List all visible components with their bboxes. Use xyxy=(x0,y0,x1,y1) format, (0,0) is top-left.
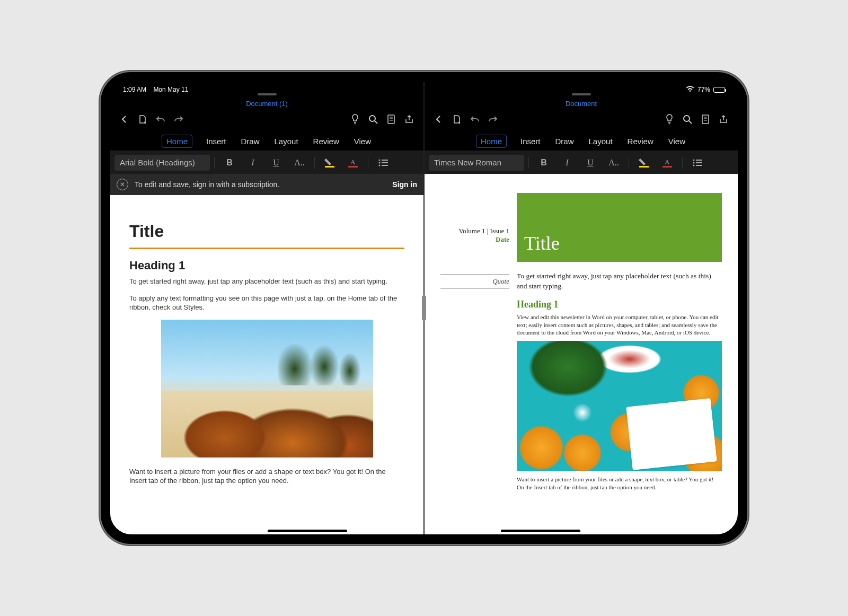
reading-view-icon[interactable] xyxy=(696,110,714,128)
doc-para-3[interactable]: Want to insert a picture from your files… xyxy=(129,467,404,486)
tab-insert[interactable]: Insert xyxy=(205,135,227,148)
multitask-handle-right[interactable] xyxy=(572,93,591,95)
svg-rect-8 xyxy=(382,162,388,163)
newsletter-banner[interactable]: Title xyxy=(517,193,722,262)
tab-draw[interactable]: Draw xyxy=(240,135,261,148)
doc-title-left[interactable]: Document (1) xyxy=(246,100,288,108)
notice-text: To edit and save, sign in with a subscri… xyxy=(135,180,279,189)
bullets-button[interactable] xyxy=(687,155,708,171)
ribbon-tools-left: Arial Bold (Headings) B I U A.. A xyxy=(110,151,423,174)
highlight-button[interactable] xyxy=(633,155,655,171)
svg-point-18 xyxy=(693,162,695,163)
body-para[interactable]: View and edit this newsletter in Word on… xyxy=(517,313,722,337)
ribbon-tabs-right: Home Insert Draw Layout Review View xyxy=(425,131,738,151)
svg-text:A: A xyxy=(350,158,356,166)
tab-home[interactable]: Home xyxy=(162,135,192,148)
font-selector[interactable]: Times New Roman xyxy=(429,155,524,171)
screen: 1:09 AM Mon May 11 77% Document (1) xyxy=(110,82,738,534)
more-font-button[interactable]: A.. xyxy=(603,155,624,171)
svg-rect-12 xyxy=(702,115,709,124)
tab-home[interactable]: Home xyxy=(476,135,507,148)
font-color-button[interactable]: A xyxy=(342,155,364,171)
more-font-button[interactable]: A.. xyxy=(289,155,310,171)
share-icon[interactable] xyxy=(714,110,732,128)
volume-issue[interactable]: Volume 1 | Issue 1 xyxy=(440,227,509,235)
ribbon-tools-right: Times New Roman B I U A.. A xyxy=(425,151,738,174)
caption-para[interactable]: Want to insert a picture from your files… xyxy=(517,476,722,491)
document-canvas-left[interactable]: Title Heading 1 To get started right awa… xyxy=(110,195,423,534)
tab-review[interactable]: Review xyxy=(312,135,340,148)
splitview-divider[interactable] xyxy=(423,82,425,534)
file-menu-icon[interactable] xyxy=(448,110,466,128)
underline-button[interactable]: U xyxy=(266,155,287,171)
font-color-button[interactable]: A xyxy=(657,155,678,171)
tab-view[interactable]: View xyxy=(353,135,372,148)
search-icon[interactable] xyxy=(364,110,382,128)
tab-layout[interactable]: Layout xyxy=(273,135,299,148)
svg-point-11 xyxy=(684,116,690,121)
right-app-pane: Document Home Insert Draw xyxy=(425,82,738,534)
svg-rect-17 xyxy=(696,160,702,161)
doc-image-apricots[interactable] xyxy=(517,341,722,471)
svg-rect-19 xyxy=(696,162,702,163)
document-canvas-right[interactable]: Volume 1 | Issue 1 Date Quote Title To g… xyxy=(425,174,738,534)
tab-review[interactable]: Review xyxy=(626,135,655,148)
back-button[interactable] xyxy=(430,110,448,128)
intro-para[interactable]: To get started right away, just tap any … xyxy=(517,271,722,292)
svg-point-16 xyxy=(693,159,695,161)
bold-button[interactable]: B xyxy=(533,155,554,171)
date-label[interactable]: Date xyxy=(440,235,509,244)
home-indicator-right[interactable] xyxy=(501,530,580,532)
svg-point-5 xyxy=(379,159,381,161)
highlight-button[interactable] xyxy=(319,155,340,171)
bold-button[interactable]: B xyxy=(219,155,240,171)
signin-notice: ✕ To edit and save, sign in with a subsc… xyxy=(110,174,423,195)
search-icon[interactable] xyxy=(678,110,696,128)
svg-point-7 xyxy=(379,162,381,163)
svg-rect-21 xyxy=(696,165,702,166)
tab-view[interactable]: View xyxy=(667,135,686,148)
quote-label[interactable]: Quote xyxy=(440,275,509,288)
multitask-handle-left[interactable] xyxy=(258,93,277,95)
close-icon[interactable]: ✕ xyxy=(117,179,128,190)
doc-para-2[interactable]: To apply any text formatting you see on … xyxy=(129,294,404,312)
underline-button[interactable]: U xyxy=(580,155,601,171)
font-selector[interactable]: Arial Bold (Headings) xyxy=(114,155,210,171)
undo-button[interactable] xyxy=(466,110,484,128)
lightbulb-icon[interactable] xyxy=(660,110,678,128)
svg-rect-6 xyxy=(382,160,388,161)
doc-title-right[interactable]: Document xyxy=(566,100,597,108)
doc-para-1[interactable]: To get started right away, just tap any … xyxy=(129,277,404,286)
italic-button[interactable]: I xyxy=(556,155,578,171)
svg-rect-2 xyxy=(325,166,334,168)
svg-point-20 xyxy=(693,164,695,166)
doc-heading1[interactable]: Heading 1 xyxy=(129,259,404,272)
svg-rect-4 xyxy=(348,166,358,168)
share-icon[interactable] xyxy=(400,110,418,128)
back-button[interactable] xyxy=(116,110,134,128)
undo-button[interactable] xyxy=(152,110,170,128)
reading-view-icon[interactable] xyxy=(382,110,400,128)
file-menu-icon[interactable] xyxy=(134,110,152,128)
svg-text:A: A xyxy=(665,158,670,166)
svg-rect-13 xyxy=(639,166,649,168)
svg-rect-10 xyxy=(382,165,388,166)
home-indicator-left[interactable] xyxy=(268,530,347,532)
tab-layout[interactable]: Layout xyxy=(588,135,614,148)
tab-insert[interactable]: Insert xyxy=(519,135,542,148)
bullets-button[interactable] xyxy=(373,155,394,171)
doc-image-rocks[interactable] xyxy=(161,320,373,457)
italic-button[interactable]: I xyxy=(242,155,263,171)
svg-point-0 xyxy=(369,116,375,121)
splitview-grabber[interactable] xyxy=(422,295,426,321)
redo-button[interactable] xyxy=(170,110,188,128)
tab-draw[interactable]: Draw xyxy=(554,135,575,148)
signin-button[interactable]: Sign in xyxy=(392,180,417,189)
redo-button[interactable] xyxy=(484,110,502,128)
doc-title-text[interactable]: Title xyxy=(129,222,404,241)
ipad-frame: 1:09 AM Mon May 11 77% Document (1) xyxy=(101,72,747,544)
lightbulb-icon[interactable] xyxy=(346,110,364,128)
top-toolbar-left xyxy=(110,107,423,131)
top-toolbar-right xyxy=(425,107,738,131)
newsletter-heading1[interactable]: Heading 1 xyxy=(517,299,722,310)
